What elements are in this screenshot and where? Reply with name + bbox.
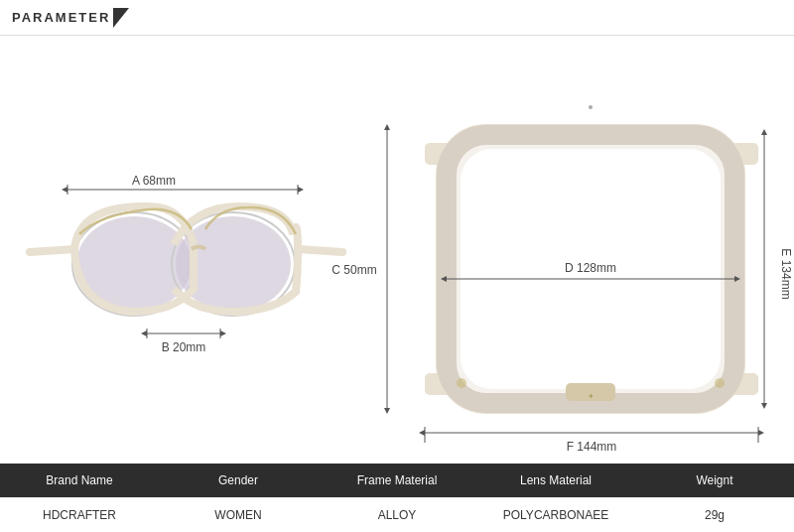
col-brand-header: Brand Name: [0, 464, 159, 497]
svg-point-31: [457, 378, 466, 388]
svg-text:E  134mm: E 134mm: [779, 248, 793, 299]
header-tab-decoration: [113, 8, 129, 28]
table-header-row: Brand Name Gender Frame Material Lens Ma…: [0, 464, 794, 497]
svg-text:F  144mm: F 144mm: [567, 440, 617, 454]
svg-text:B  20mm: B 20mm: [162, 340, 206, 354]
col-gender-value: WOMEN: [159, 498, 318, 532]
svg-marker-13: [141, 331, 147, 336]
svg-marker-7: [62, 187, 67, 193]
col-brand-value: HDCRAFTER: [0, 498, 159, 532]
table-body-row: HDCRAFTER WOMEN ALLOY POLYCARBONAEE 29g: [0, 497, 794, 532]
param-table: Brand Name Gender Frame Material Lens Ma…: [0, 464, 794, 532]
svg-text:C  50mm: C 50mm: [331, 263, 376, 277]
col-weight-header: Weignt: [635, 464, 794, 497]
col-lens-value: POLYCARBONAEE: [476, 498, 635, 532]
svg-marker-40: [761, 403, 767, 409]
col-gender-header: Gender: [159, 464, 318, 497]
svg-point-48: [589, 105, 593, 109]
svg-text:D  128mm: D 128mm: [565, 261, 616, 275]
svg-marker-14: [220, 331, 226, 336]
svg-text:✦: ✦: [588, 392, 595, 401]
col-lens-header: Lens Material: [476, 464, 635, 497]
svg-marker-8: [298, 187, 304, 193]
svg-marker-20: [384, 408, 390, 414]
svg-marker-19: [384, 124, 390, 130]
svg-line-4: [30, 249, 74, 252]
svg-line-5: [298, 249, 342, 252]
col-weight-value: 29g: [635, 498, 794, 532]
header: PARAMETER: [0, 0, 794, 36]
svg-marker-43: [419, 430, 425, 436]
svg-marker-39: [761, 129, 767, 135]
col-frame-header: Frame Material: [318, 464, 476, 497]
diagram-area: A 68mm B 20mm C 50mm: [0, 36, 794, 463]
svg-marker-44: [758, 430, 764, 436]
col-frame-value: ALLOY: [318, 498, 476, 532]
page-wrapper: PARAMETER: [0, 0, 794, 532]
svg-text:A  68mm: A 68mm: [132, 174, 176, 188]
svg-point-32: [715, 378, 725, 388]
header-title: PARAMETER: [12, 10, 110, 25]
diagram-svg: A 68mm B 20mm C 50mm: [0, 36, 794, 463]
